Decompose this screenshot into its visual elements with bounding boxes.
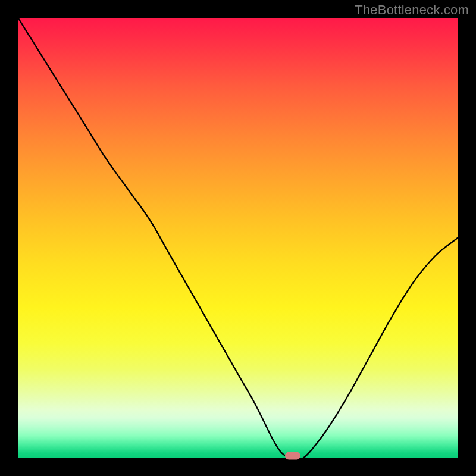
plot-area bbox=[18, 18, 458, 458]
optimum-marker bbox=[285, 452, 300, 460]
bottleneck-curve bbox=[18, 18, 458, 458]
chart-frame: TheBottleneck.com bbox=[0, 0, 476, 476]
watermark-text: TheBottleneck.com bbox=[355, 2, 469, 18]
